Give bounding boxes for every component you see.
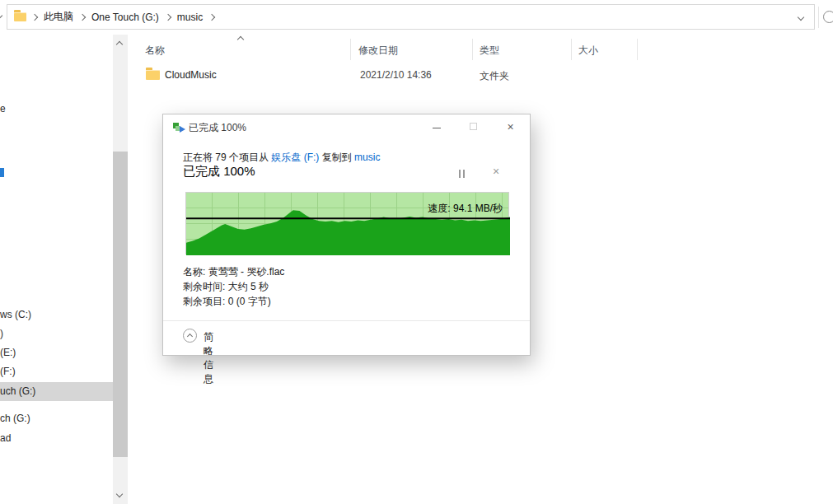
file-type: 文件夹 bbox=[480, 69, 509, 83]
chevron-right-icon bbox=[79, 13, 86, 20]
chevron-right-icon bbox=[208, 13, 215, 20]
source-link[interactable]: 娱乐盘 (F:) bbox=[271, 152, 319, 163]
breadcrumb[interactable]: 此电脑 One Touch (G:) music bbox=[7, 4, 815, 30]
copy-status-line: 正在将 79 个项目从 娱乐盘 (F:) 复制到 music bbox=[183, 151, 380, 165]
folder-icon bbox=[14, 12, 26, 21]
maximize-button-disabled bbox=[455, 114, 492, 139]
sidebar-item-download[interactable]: ad bbox=[0, 432, 11, 444]
minimize-button[interactable] bbox=[418, 114, 455, 139]
breadcrumb-folder[interactable]: music bbox=[177, 12, 203, 23]
partial-icon bbox=[0, 168, 4, 177]
sidebar-item-label: uch (G:) bbox=[0, 385, 35, 397]
speed-chart: 速度: 94.1 MB/秒 bbox=[185, 192, 509, 254]
destination-link[interactable]: music bbox=[354, 152, 380, 163]
copy-files-icon bbox=[173, 122, 186, 133]
scroll-up-icon[interactable] bbox=[116, 41, 123, 48]
chevron-right-icon bbox=[165, 13, 171, 20]
refresh-icon[interactable] bbox=[823, 11, 833, 23]
scroll-down-icon[interactable] bbox=[116, 491, 123, 497]
chevron-up-circle-icon[interactable] bbox=[183, 329, 197, 343]
column-header-name[interactable]: 名称 bbox=[145, 44, 165, 58]
copy-middle: 复制到 bbox=[322, 152, 352, 163]
detail-time-remaining: 剩余时间: 大约 5 秒 bbox=[183, 280, 269, 294]
speed-label: 速度: 94.1 MB/秒 bbox=[428, 202, 503, 216]
breadcrumb-this-pc[interactable]: 此电脑 bbox=[44, 10, 73, 24]
sidebar-scrollbar[interactable] bbox=[113, 35, 128, 504]
navigation-pane: e ws (C:) ) (E:) (F:) uch (G:) ch (G:) a… bbox=[0, 35, 132, 504]
file-name: CloudMusic bbox=[165, 69, 217, 81]
close-icon[interactable]: × bbox=[492, 114, 529, 139]
scrollbar-thumb[interactable] bbox=[113, 152, 128, 457]
address-dropdown-icon[interactable] bbox=[798, 14, 804, 21]
dialog-titlebar[interactable]: 已完成 100% × bbox=[163, 114, 530, 139]
progress-heading: 已完成 100% bbox=[183, 164, 255, 180]
sidebar-item-drive[interactable]: ) bbox=[0, 328, 3, 339]
folder-icon bbox=[146, 70, 160, 80]
dialog-title: 已完成 100% bbox=[189, 121, 246, 135]
detail-items-remaining: 剩余项目: 0 (0 字节) bbox=[183, 295, 271, 309]
sidebar-item-drive-g-selected[interactable]: uch (G:) bbox=[0, 382, 113, 401]
file-modified: 2021/2/10 14:36 bbox=[360, 69, 432, 81]
copy-prefix: 正在将 79 个项目从 bbox=[183, 152, 269, 163]
sidebar-item-drive-f[interactable]: (F:) bbox=[0, 366, 16, 377]
breadcrumb-drive[interactable]: One Touch (G:) bbox=[91, 12, 159, 23]
address-bar: 此电脑 One Touch (G:) music bbox=[0, 0, 833, 35]
sort-ascending-icon bbox=[237, 36, 244, 43]
column-header-type[interactable]: 类型 bbox=[480, 44, 499, 58]
column-divider[interactable] bbox=[571, 39, 572, 60]
sidebar-item-drive-g2[interactable]: ch (G:) bbox=[0, 413, 30, 424]
detail-name: 名称: 黄莺莺 - 哭砂.flac bbox=[183, 265, 284, 279]
chevron-right-icon bbox=[31, 13, 38, 20]
sidebar-item-drive-e[interactable]: (E:) bbox=[0, 347, 16, 358]
column-divider[interactable] bbox=[472, 39, 473, 60]
file-row[interactable]: CloudMusic 2021/2/10 14:36 文件夹 bbox=[132, 65, 643, 85]
pause-icon[interactable] bbox=[456, 170, 470, 180]
sidebar-item[interactable]: e bbox=[0, 103, 6, 114]
divider bbox=[163, 320, 530, 321]
divider bbox=[818, 7, 819, 28]
cancel-icon[interactable]: × bbox=[493, 165, 499, 178]
partial-chevron-icon bbox=[0, 12, 2, 19]
column-divider[interactable] bbox=[350, 39, 351, 60]
fewer-details-label: 简略信息 bbox=[204, 330, 213, 386]
column-header-modified[interactable]: 修改日期 bbox=[358, 44, 398, 58]
column-header-size[interactable]: 大小 bbox=[578, 44, 598, 58]
column-divider[interactable] bbox=[637, 39, 638, 60]
copy-progress-dialog: 已完成 100% × 正在将 79 个项目从 娱乐盘 (F:) 复制到 musi… bbox=[162, 114, 531, 356]
sidebar-item-drive-c[interactable]: ws (C:) bbox=[0, 309, 31, 320]
